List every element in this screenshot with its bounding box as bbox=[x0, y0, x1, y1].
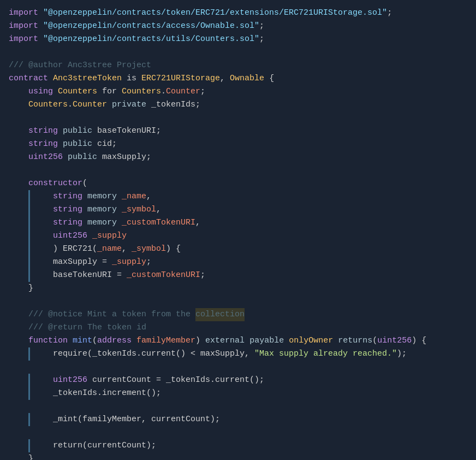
line-uint256-max: uint256 public maxSupply; bbox=[0, 151, 476, 164]
string-keyword-4: string bbox=[53, 203, 87, 216]
contract-name: Anc3streeToken bbox=[53, 72, 122, 85]
returns-keyword: returns bbox=[338, 334, 372, 347]
param-name-var: _name bbox=[122, 190, 146, 203]
erc721-constructor: ERC721( bbox=[63, 243, 97, 256]
line-blank-4 bbox=[0, 295, 476, 308]
import-path-3: "@openzeppelin/contracts/utils/Counters.… bbox=[43, 33, 259, 46]
line-string-base: string public baseTokenURI; bbox=[0, 125, 476, 138]
line-3: import "@openzeppelin/contracts/utils/Co… bbox=[0, 33, 476, 46]
maxsupply-assign-text: maxSupply = bbox=[53, 256, 112, 269]
comment-highlight: collection bbox=[195, 308, 245, 321]
line-basetokenuri-assign: baseTokenURI = _customTokenURI; bbox=[0, 269, 476, 282]
uint256-return: uint256 bbox=[377, 334, 412, 347]
private-keyword: private bbox=[112, 98, 151, 111]
uint256-keyword-2: uint256 bbox=[53, 229, 92, 243]
line-using: using Counters for Counters.Counter; bbox=[0, 85, 476, 98]
string-keyword-2: string bbox=[28, 138, 63, 151]
line-close-function: } bbox=[0, 452, 476, 460]
import-keyword-1: import bbox=[9, 7, 43, 20]
external-keyword: external bbox=[205, 334, 249, 347]
line-contract: contract Anc3streeToken is ERC721URIStor… bbox=[0, 72, 476, 85]
line-uint256-current: uint256 currentCount = _tokenIds.current… bbox=[0, 374, 476, 387]
counter-type: Counter bbox=[166, 85, 200, 98]
import-keyword-3: import bbox=[9, 33, 43, 46]
string-keyword-3: string bbox=[53, 190, 87, 203]
line-require: require(_tokenIds.current() < maxSupply,… bbox=[0, 347, 476, 361]
line-param-custom: string memory _customTokenURI, bbox=[0, 216, 476, 229]
line-mint-call: _mint(familyMember, currentCount); bbox=[0, 413, 476, 426]
param-symbol-var: _symbol bbox=[122, 203, 156, 216]
tokenids-var: _tokenIds; bbox=[151, 98, 200, 111]
contract-keyword: contract bbox=[9, 72, 53, 85]
line-blank-1 bbox=[0, 46, 476, 59]
string-keyword-1: string bbox=[28, 125, 63, 138]
line-close-constructor: } bbox=[0, 282, 476, 295]
parent-ownable: Ownable bbox=[230, 72, 264, 85]
memory-keyword-1: memory bbox=[87, 190, 122, 203]
address-keyword: address bbox=[97, 334, 136, 347]
return-text: return(currentCount); bbox=[53, 439, 156, 452]
arg-name: _name bbox=[97, 243, 122, 256]
arg-symbol: _symbol bbox=[132, 243, 166, 256]
parent-erc721: ERC721URIStorage bbox=[141, 72, 220, 85]
line-1: import "@openzeppelin/contracts/token/ER… bbox=[0, 7, 476, 20]
counter-type-2: Counter bbox=[73, 98, 107, 111]
comment-author: /// @author Anc3stree Project bbox=[9, 59, 151, 72]
line-erc721-call: ) ERC721(_name, _symbol) { bbox=[0, 243, 476, 256]
public-keyword-1: public bbox=[63, 125, 97, 138]
code-editor: import "@openzeppelin/contracts/token/ER… bbox=[0, 4, 476, 460]
onlyowner-keyword: onlyOwner bbox=[289, 334, 338, 347]
memory-keyword-2: memory bbox=[87, 203, 122, 216]
basetokenuri-var: baseTokenURI; bbox=[97, 125, 161, 138]
counters-type: Counters bbox=[58, 85, 97, 98]
mint-name: mint bbox=[73, 334, 92, 347]
line-counter-private: Counters.Counter private _tokenIds; bbox=[0, 98, 476, 111]
import-path-2: "@openzeppelin/contracts/access/Ownable.… bbox=[43, 20, 259, 33]
uint256-keyword-3: uint256 bbox=[53, 374, 92, 387]
supply-arg: _supply bbox=[112, 256, 146, 269]
line-param-symbol: string memory _symbol, bbox=[0, 203, 476, 216]
current-count-var: currentCount = _tokenIds.current(); bbox=[92, 374, 264, 387]
require-text: require(_tokenIds.current() < maxSupply, bbox=[53, 347, 254, 361]
param-custom-var: _customTokenURI bbox=[122, 216, 195, 229]
param-supply-var: _supply bbox=[92, 229, 127, 243]
line-comment-author: /// @author Anc3stree Project bbox=[0, 59, 476, 72]
line-param-name: string memory _name, bbox=[0, 190, 476, 203]
cid-var: cid; bbox=[97, 138, 117, 151]
function-keyword: function bbox=[28, 334, 73, 347]
line-constructor: constructor( bbox=[0, 177, 476, 190]
basetokenuri-assign-text: baseTokenURI = bbox=[53, 269, 127, 282]
string-keyword-5: string bbox=[53, 216, 87, 229]
mint-call-text: _mint(familyMember, currentCount); bbox=[53, 413, 220, 426]
comment-notice: /// @notice Mint a token from the bbox=[28, 308, 195, 321]
line-return: return(currentCount); bbox=[0, 439, 476, 452]
line-comment-notice: /// @notice Mint a token from the collec… bbox=[0, 308, 476, 321]
line-comment-return: /// @return The token id bbox=[0, 321, 476, 334]
line-blank-7 bbox=[0, 426, 476, 439]
counters-counter-2: Counters bbox=[28, 98, 68, 111]
constructor-keyword: constructor bbox=[28, 177, 82, 190]
payable-keyword: payable bbox=[249, 334, 289, 347]
using-keyword: using bbox=[28, 85, 58, 98]
comment-return: /// @return The token id bbox=[28, 321, 146, 334]
memory-keyword-3: memory bbox=[87, 216, 122, 229]
maxsupply-var: maxSupply; bbox=[102, 151, 151, 164]
line-2: import "@openzeppelin/contracts/access/O… bbox=[0, 20, 476, 33]
increment-text: _tokenIds.increment(); bbox=[53, 387, 161, 400]
public-keyword-2: public bbox=[63, 138, 97, 151]
line-string-cid: string public cid; bbox=[0, 138, 476, 151]
public-keyword-3: public bbox=[68, 151, 102, 164]
line-maxsupply-assign: maxSupply = _supply; bbox=[0, 256, 476, 269]
line-function-mint: function mint(address familyMember) exte… bbox=[0, 334, 476, 347]
import-path-1: "@openzeppelin/contracts/token/ERC721/ex… bbox=[43, 7, 387, 20]
line-blank-3 bbox=[0, 164, 476, 177]
import-keyword-2: import bbox=[9, 20, 43, 33]
line-blank-6 bbox=[0, 400, 476, 413]
require-string: "Max supply already reached." bbox=[254, 347, 397, 361]
line-increment: _tokenIds.increment(); bbox=[0, 387, 476, 400]
line-blank-2 bbox=[0, 111, 476, 125]
family-member-param: familyMember bbox=[136, 334, 195, 347]
uint256-keyword-1: uint256 bbox=[28, 151, 68, 164]
counters-counter: Counters bbox=[122, 85, 161, 98]
line-blank-5 bbox=[0, 361, 476, 374]
